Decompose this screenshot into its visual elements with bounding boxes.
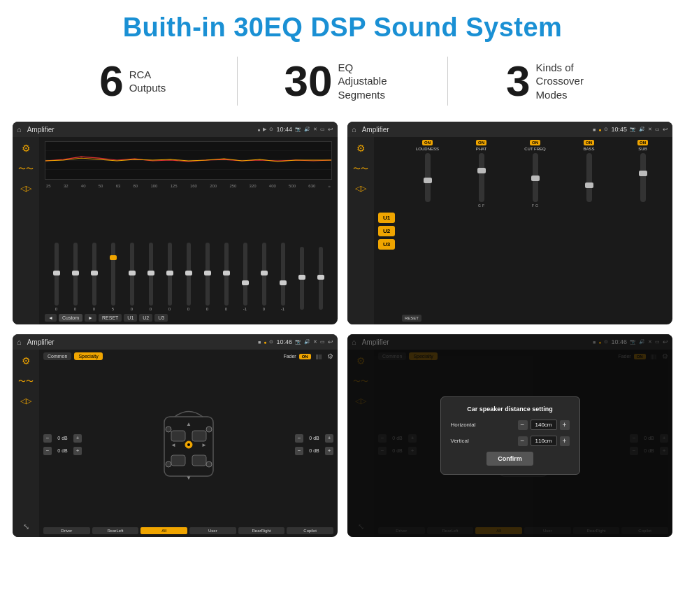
horizontal-minus-btn[interactable]: − [518, 420, 528, 430]
specialty-mode-btn[interactable]: Specialty [74, 352, 102, 360]
location-icon-2: ⊙ [604, 127, 608, 132]
rearright-btn[interactable]: RearRight [238, 527, 285, 534]
slider-sub[interactable] [640, 153, 646, 202]
settings-icon-3[interactable]: ⚙ [327, 352, 333, 360]
on-loudness[interactable]: ON [422, 140, 433, 145]
freq-400: 400 [269, 184, 276, 188]
minus-bl[interactable]: − [43, 447, 52, 455]
dot-icon-3: ■ [258, 340, 261, 345]
eq-icon-2[interactable]: ⚙ [356, 143, 366, 154]
slider-80[interactable]: 0 [142, 243, 159, 311]
speaker-main: − 0 dB + − 0 dB + [43, 364, 333, 524]
eq-icon[interactable]: ⚙ [22, 143, 31, 154]
home-icon-2[interactable]: ⌂ [352, 125, 356, 134]
plus-tr[interactable]: + [325, 434, 333, 443]
slider-100[interactable]: 0 [161, 243, 178, 311]
reset-btn-eq[interactable]: RESET [99, 314, 122, 322]
label-phat: PHAT [476, 147, 487, 151]
on-bass[interactable]: ON [584, 140, 594, 145]
slider-phat[interactable] [479, 153, 484, 202]
freq-63: 63 [116, 184, 121, 188]
vertical-minus-btn[interactable]: − [518, 436, 528, 446]
volume-icon-1: 🔊 [304, 127, 310, 132]
on-phat[interactable]: ON [476, 140, 486, 145]
slider-400[interactable]: -1 [274, 243, 291, 311]
fader-label: Fader [283, 354, 296, 359]
slider-125[interactable]: 0 [180, 243, 197, 311]
driver-btn[interactable]: Driver [43, 527, 90, 534]
plus-bl[interactable]: + [73, 447, 82, 455]
minus-br[interactable]: − [295, 447, 303, 455]
back-icon-2[interactable]: ↩ [663, 126, 668, 133]
back-icon-3[interactable]: ↩ [328, 338, 333, 345]
dialog-overlay: Car speaker distance setting Horizontal … [347, 334, 672, 537]
on-sub[interactable]: ON [637, 140, 648, 145]
slider-200[interactable]: 0 [217, 243, 235, 311]
freq-630: 630 [308, 184, 315, 188]
home-icon-1[interactable]: ⌂ [17, 125, 22, 134]
minus-tr[interactable]: − [295, 434, 303, 443]
slider-32[interactable]: 0 [66, 243, 84, 311]
vertical-control: − 110cm + [518, 436, 570, 446]
screen-amp2: ⌂ Amplifier ■ ● ⊙ 10:45 📷 🔊 ✕ ▭ ↩ ⚙ 〜〜 ◁… [347, 122, 672, 324]
vol-icon[interactable]: ◁▷ [20, 184, 31, 193]
user-btn[interactable]: User [189, 527, 236, 534]
horizontal-plus-btn[interactable]: + [560, 420, 570, 430]
fader-on-pill[interactable]: ON [299, 354, 311, 359]
fader-slider[interactable]: |||| [316, 353, 322, 359]
time-2: 10:45 [611, 126, 627, 133]
eq-graph [45, 141, 332, 180]
all-btn[interactable]: All [140, 527, 187, 534]
slider-25[interactable]: 0 [48, 243, 65, 311]
rearleft-btn[interactable]: RearLeft [92, 527, 139, 534]
vol-icon-2[interactable]: ◁▷ [355, 184, 366, 193]
slider-160[interactable]: 0 [199, 243, 216, 311]
on-cutfreq[interactable]: ON [530, 140, 540, 145]
window-icon-1: ▭ [320, 127, 325, 132]
prev-preset-btn[interactable]: ◄ [45, 314, 57, 322]
vol-icon-3[interactable]: ◁▷ [20, 396, 31, 406]
slider-40[interactable]: 0 [85, 243, 103, 311]
minus-tl[interactable]: − [43, 434, 52, 443]
u1-btn[interactable]: U1 [378, 213, 395, 223]
svg-text:◄: ◄ [171, 442, 176, 448]
copilot-btn[interactable]: Copilot [287, 527, 333, 534]
slider-630[interactable] [312, 247, 329, 311]
eq-icon-3[interactable]: ⚙ [22, 355, 31, 366]
u1-btn-eq[interactable]: U1 [124, 314, 137, 322]
svg-rect-6 [192, 431, 206, 441]
slider-cutfreq[interactable] [533, 153, 538, 202]
slider-loudness[interactable] [425, 153, 431, 202]
eq-sliders-row: 0 0 0 5 [45, 191, 332, 311]
u3-btn-eq[interactable]: U3 [154, 314, 168, 322]
confirm-button[interactable]: Confirm [486, 452, 533, 466]
expand-icon-3[interactable]: ⤡ [23, 522, 29, 531]
plus-tl[interactable]: + [73, 434, 82, 443]
slider-63[interactable]: 0 [123, 243, 140, 311]
common-mode-btn[interactable]: Common [43, 352, 71, 360]
svg-text:▲: ▲ [186, 421, 192, 427]
u2-btn[interactable]: U2 [378, 226, 395, 236]
u3-btn[interactable]: U3 [378, 239, 395, 250]
wave-icon[interactable]: 〜〜 [18, 164, 34, 174]
wave-icon-2[interactable]: 〜〜 [353, 164, 368, 174]
slider-320[interactable]: 0 [255, 243, 273, 311]
vertical-plus-btn[interactable]: + [560, 436, 570, 446]
next-preset-btn[interactable]: ► [85, 314, 96, 322]
slider-500[interactable] [293, 247, 310, 311]
slider-250[interactable]: -1 [236, 243, 254, 311]
back-icon-1[interactable]: ↩ [328, 126, 333, 133]
u2-btn-eq[interactable]: U2 [139, 314, 152, 322]
expand-icon[interactable]: » [329, 184, 331, 188]
reset-btn-amp2[interactable]: RESET [402, 315, 421, 322]
plus-br[interactable]: + [325, 447, 333, 455]
sidebar-2: ⚙ 〜〜 ◁▷ [347, 137, 374, 324]
home-icon-3[interactable]: ⌂ [17, 338, 22, 346]
slider-bass[interactable] [586, 153, 592, 202]
channels-area: ON LOUDNESS ON PHAT [402, 140, 668, 322]
db-control-br: − 0 dB + [295, 447, 333, 455]
slider-50[interactable]: 5 [104, 243, 122, 311]
custom-preset-btn[interactable]: Custom [59, 314, 82, 322]
wave-icon-3[interactable]: 〜〜 [18, 376, 34, 387]
stat-number-rca: 6 [99, 59, 123, 103]
